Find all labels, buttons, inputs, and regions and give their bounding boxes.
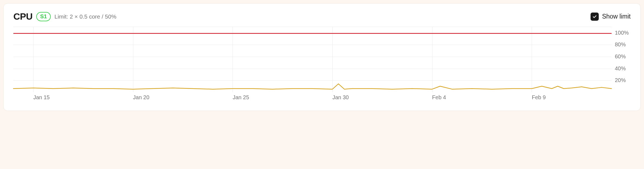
x-axis: Jan 15Jan 20Jan 25Jan 30Feb 4Feb 9 (13, 94, 612, 102)
limit-text: Limit: 2 × 0.5 core / 50% (55, 13, 116, 20)
plot-region[interactable] (13, 27, 612, 92)
check-icon (592, 14, 597, 19)
cpu-chart-card: CPU S1 Limit: 2 × 0.5 core / 50% Show li… (3, 3, 641, 111)
show-limit-label[interactable]: Show limit (602, 13, 631, 20)
y-tick-label: 100% (615, 29, 629, 36)
series-line-cpu-usage (13, 84, 612, 89)
x-tick-label: Feb 4 (432, 94, 446, 101)
x-tick-label: Feb 9 (532, 94, 546, 101)
limit-line (13, 33, 612, 34)
y-tick-label: 40% (615, 65, 626, 71)
instance-badge: S1 (36, 12, 50, 21)
y-tick-label: 20% (615, 77, 626, 83)
chart-title: CPU (13, 11, 32, 22)
x-tick-label: Jan 15 (33, 94, 50, 101)
header-left: CPU S1 Limit: 2 × 0.5 core / 50% (13, 11, 116, 22)
series-svg (13, 27, 612, 92)
chart-header: CPU S1 Limit: 2 × 0.5 core / 50% Show li… (13, 11, 631, 22)
x-tick-label: Jan 20 (133, 94, 149, 101)
y-tick-label: 80% (615, 41, 626, 48)
chart-area: 20%40%60%80%100% Jan 15Jan 20Jan 25Jan 3… (13, 27, 631, 103)
y-axis: 20%40%60%80%100% (612, 27, 631, 92)
y-tick-label: 60% (615, 53, 626, 60)
header-right: Show limit (591, 13, 631, 21)
x-tick-label: Jan 30 (332, 94, 349, 101)
x-tick-label: Jan 25 (233, 94, 249, 101)
show-limit-checkbox[interactable] (591, 13, 599, 21)
